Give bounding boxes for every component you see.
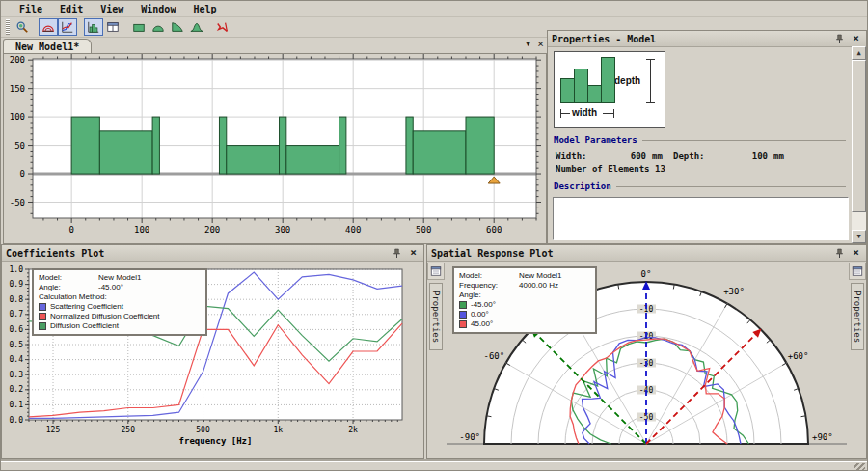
svg-text:250: 250 [122, 426, 136, 434]
properties-form-icon[interactable] [427, 263, 445, 280]
pin-icon[interactable] [391, 247, 403, 259]
coefficients-title: Coefficients Plot [6, 248, 104, 259]
angle-0-swatch [459, 311, 467, 319]
collapsed-properties-tab[interactable]: Properties [851, 283, 864, 350]
model-profile-chart[interactable]: -500501001502000100200300400500600 [4, 54, 546, 243]
svg-text:2k: 2k [348, 426, 358, 434]
close-icon[interactable]: × [407, 247, 420, 259]
depth-dimension-line [650, 59, 651, 103]
scattering-swatch [39, 303, 46, 311]
properties-body: depth width Model Parameters Width: 600 … [548, 46, 852, 243]
elements-count-value: 13 [655, 164, 665, 174]
model-thumbnail: depth width [554, 51, 665, 128]
svg-text:0: 0 [68, 225, 73, 235]
zoom-tool-button[interactable] [13, 18, 32, 36]
svg-text:1k: 1k [273, 426, 283, 434]
tab-new-model1[interactable]: New Model1* [3, 39, 92, 53]
width-param-label: Width: [556, 152, 606, 161]
svg-text:500: 500 [416, 225, 431, 235]
svg-text:150: 150 [10, 84, 25, 94]
toolbar-grip[interactable] [6, 19, 10, 35]
coefficients-plot-toggle-button[interactable] [58, 18, 77, 36]
window-layout-button[interactable] [103, 18, 122, 36]
svg-text:0.6: 0.6 [10, 325, 24, 334]
width-param-value: 600 [606, 152, 652, 161]
elements-count-row: Number of Elements 13 [556, 164, 665, 174]
left-properties-strip: Properties [427, 261, 445, 458]
tab-list-dropdown-icon[interactable]: ▾ [522, 39, 534, 50]
svg-text:+30°: +30° [723, 287, 745, 296]
spatial-title: Spatial Response Plot [431, 248, 553, 259]
model-plot-toggle-button[interactable] [84, 18, 103, 36]
svg-text:0.9: 0.9 [10, 280, 24, 289]
svg-text:600: 600 [486, 225, 502, 235]
svg-text:-60°: -60° [484, 351, 505, 361]
svg-text:0.3: 0.3 [10, 371, 24, 379]
coefficients-titlebar: Coefficients Plot × [2, 245, 423, 262]
thumbnail-bar [587, 85, 602, 103]
svg-text:400: 400 [345, 225, 361, 235]
close-icon[interactable]: × [850, 247, 862, 259]
svg-text:200: 200 [204, 225, 220, 235]
legend-angle-value: -45.00° [98, 283, 123, 292]
element-bell-button[interactable] [187, 18, 206, 36]
menu-item-view[interactable]: View [92, 3, 132, 15]
delete-element-button[interactable] [213, 18, 232, 36]
svg-text:0.4: 0.4 [10, 355, 24, 364]
description-section-header: Description [554, 181, 846, 191]
status-bar [1, 461, 867, 471]
svg-text:0.7: 0.7 [10, 310, 24, 319]
properties-form-icon[interactable] [849, 263, 866, 280]
legend-frequency-value: 4000.00 Hz [519, 281, 558, 291]
model-parameters-section-header: Model Parameters [554, 135, 846, 145]
document-tab-bar: New Model1* ▾ × [3, 37, 547, 53]
element-triangle-button[interactable] [168, 18, 187, 36]
svg-text:125: 125 [46, 426, 61, 434]
depth-param-label: Depth: [673, 152, 723, 161]
svg-text:0.0: 0.0 [10, 416, 24, 425]
menu-bar: FileEditViewWindowHelp [1, 1, 867, 17]
scrollbar-thumb[interactable] [852, 60, 866, 212]
width-dimension-line [560, 113, 570, 114]
svg-text:+90°: +90° [812, 432, 833, 442]
svg-text:50: 50 [14, 141, 25, 151]
depth-param-value: 100 [723, 152, 773, 161]
close-icon[interactable]: × [850, 33, 862, 44]
close-document-icon[interactable]: × [534, 39, 547, 50]
svg-text:300: 300 [275, 225, 290, 235]
coefficients-legend: Model:New Model1 Angle:-45.00° Calculati… [32, 268, 207, 336]
pin-icon[interactable] [833, 247, 846, 259]
scroll-down-icon[interactable]: ▼ [852, 230, 866, 243]
svg-text:0.1: 0.1 [10, 401, 24, 409]
menu-item-help[interactable]: Help [184, 3, 225, 15]
legend-model-value: New Model1 [98, 273, 141, 283]
window-resize-grip[interactable] [854, 463, 865, 471]
legend-model-value: New Model1 [519, 271, 561, 281]
coefficients-panel: Coefficients Plot × 0.00.10.20.30.40.50.… [1, 244, 424, 459]
svg-text:+60°: +60° [788, 351, 809, 361]
svg-text:100: 100 [134, 225, 149, 235]
svg-text:100: 100 [10, 112, 25, 122]
pin-icon[interactable] [833, 33, 846, 44]
element-semicircle-button[interactable] [149, 18, 168, 36]
menu-item-edit[interactable]: Edit [51, 3, 92, 15]
collapsed-properties-tab[interactable]: Properties [429, 283, 443, 350]
svg-text:0.2: 0.2 [10, 385, 24, 394]
properties-scrollbar[interactable]: ▲ ▼ [852, 46, 866, 243]
menu-item-window[interactable]: Window [132, 3, 184, 15]
properties-panel: Properties - Model × depth width Model P… [547, 30, 867, 244]
spatial-plot-toggle-button[interactable] [39, 18, 58, 36]
thumbnail-bar [574, 69, 588, 103]
model-editor-canvas[interactable]: -500501001502000100200300400500600 [3, 53, 547, 244]
thumbnail-bar [560, 78, 575, 103]
angle-45-swatch [459, 320, 467, 328]
properties-title: Properties - Model [552, 34, 656, 44]
svg-text:0.8: 0.8 [10, 295, 24, 304]
scroll-up-icon[interactable]: ▲ [852, 46, 866, 60]
element-rectangle-button[interactable] [129, 18, 149, 36]
menu-item-file[interactable]: File [11, 3, 51, 15]
diffusion-swatch [39, 322, 46, 330]
description-input[interactable] [553, 197, 849, 240]
thumbnail-bar [601, 57, 615, 103]
depth-param-unit: mm [773, 152, 795, 161]
